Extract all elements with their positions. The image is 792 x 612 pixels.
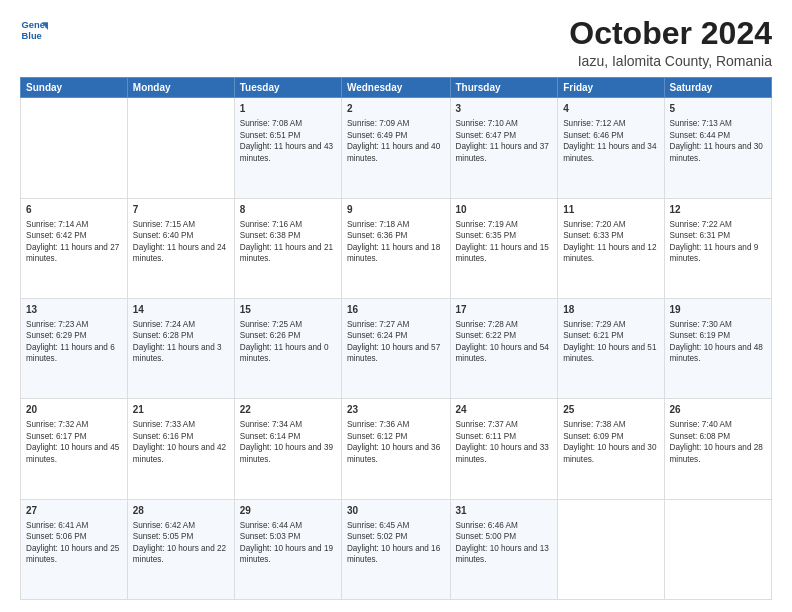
sunset-text: Sunset: 6:42 PM: [26, 231, 87, 240]
calendar-cell: 23Sunrise: 7:36 AMSunset: 6:12 PMDayligh…: [341, 399, 450, 499]
day-number: 11: [563, 203, 658, 217]
sunset-text: Sunset: 6:44 PM: [670, 131, 731, 140]
calendar-cell: 3Sunrise: 7:10 AMSunset: 6:47 PMDaylight…: [450, 98, 558, 198]
daylight-text: Daylight: 10 hours and 13 minutes.: [456, 544, 549, 564]
day-number: 8: [240, 203, 336, 217]
calendar-cell: 18Sunrise: 7:29 AMSunset: 6:21 PMDayligh…: [558, 298, 664, 398]
sunrise-text: Sunrise: 7:34 AM: [240, 420, 302, 429]
calendar-cell: [664, 499, 771, 599]
sunrise-text: Sunrise: 7:25 AM: [240, 320, 302, 329]
calendar-cell: 6Sunrise: 7:14 AMSunset: 6:42 PMDaylight…: [21, 198, 128, 298]
calendar-cell: 20Sunrise: 7:32 AMSunset: 6:17 PMDayligh…: [21, 399, 128, 499]
daylight-text: Daylight: 10 hours and 19 minutes.: [240, 544, 333, 564]
sunrise-text: Sunrise: 6:45 AM: [347, 521, 409, 530]
calendar-cell: 5Sunrise: 7:13 AMSunset: 6:44 PMDaylight…: [664, 98, 771, 198]
daylight-text: Daylight: 11 hours and 27 minutes.: [26, 243, 119, 263]
daylight-text: Daylight: 11 hours and 12 minutes.: [563, 243, 656, 263]
calendar-week-row: 6Sunrise: 7:14 AMSunset: 6:42 PMDaylight…: [21, 198, 772, 298]
calendar-cell: [127, 98, 234, 198]
sunset-text: Sunset: 6:46 PM: [563, 131, 624, 140]
day-number: 5: [670, 102, 766, 116]
sunset-text: Sunset: 6:28 PM: [133, 331, 194, 340]
calendar-cell: 27Sunrise: 6:41 AMSunset: 5:06 PMDayligh…: [21, 499, 128, 599]
calendar-cell: 10Sunrise: 7:19 AMSunset: 6:35 PMDayligh…: [450, 198, 558, 298]
calendar-cell: 24Sunrise: 7:37 AMSunset: 6:11 PMDayligh…: [450, 399, 558, 499]
sunrise-text: Sunrise: 7:18 AM: [347, 220, 409, 229]
calendar-cell: 22Sunrise: 7:34 AMSunset: 6:14 PMDayligh…: [234, 399, 341, 499]
day-number: 16: [347, 303, 445, 317]
daylight-text: Daylight: 10 hours and 48 minutes.: [670, 343, 763, 363]
main-title: October 2024: [569, 16, 772, 51]
day-number: 27: [26, 504, 122, 518]
calendar-cell: 28Sunrise: 6:42 AMSunset: 5:05 PMDayligh…: [127, 499, 234, 599]
sunrise-text: Sunrise: 7:33 AM: [133, 420, 195, 429]
day-number: 3: [456, 102, 553, 116]
sunrise-text: Sunrise: 7:37 AM: [456, 420, 518, 429]
daylight-text: Daylight: 10 hours and 45 minutes.: [26, 443, 119, 463]
day-number: 25: [563, 403, 658, 417]
sunrise-text: Sunrise: 7:30 AM: [670, 320, 732, 329]
calendar-cell: 9Sunrise: 7:18 AMSunset: 6:36 PMDaylight…: [341, 198, 450, 298]
calendar-cell: [558, 499, 664, 599]
daylight-text: Daylight: 10 hours and 22 minutes.: [133, 544, 226, 564]
day-number: 12: [670, 203, 766, 217]
calendar-cell: 8Sunrise: 7:16 AMSunset: 6:38 PMDaylight…: [234, 198, 341, 298]
calendar-week-row: 27Sunrise: 6:41 AMSunset: 5:06 PMDayligh…: [21, 499, 772, 599]
sunset-text: Sunset: 6:40 PM: [133, 231, 194, 240]
calendar-cell: 21Sunrise: 7:33 AMSunset: 6:16 PMDayligh…: [127, 399, 234, 499]
calendar-cell: 19Sunrise: 7:30 AMSunset: 6:19 PMDayligh…: [664, 298, 771, 398]
sunrise-text: Sunrise: 7:23 AM: [26, 320, 88, 329]
svg-text:Blue: Blue: [22, 31, 42, 41]
sunrise-text: Sunrise: 6:44 AM: [240, 521, 302, 530]
calendar-cell: 26Sunrise: 7:40 AMSunset: 6:08 PMDayligh…: [664, 399, 771, 499]
calendar-week-row: 20Sunrise: 7:32 AMSunset: 6:17 PMDayligh…: [21, 399, 772, 499]
daylight-text: Daylight: 10 hours and 51 minutes.: [563, 343, 656, 363]
calendar-cell: 2Sunrise: 7:09 AMSunset: 6:49 PMDaylight…: [341, 98, 450, 198]
daylight-text: Daylight: 11 hours and 21 minutes.: [240, 243, 333, 263]
daylight-text: Daylight: 11 hours and 6 minutes.: [26, 343, 115, 363]
calendar-cell: 25Sunrise: 7:38 AMSunset: 6:09 PMDayligh…: [558, 399, 664, 499]
day-number: 6: [26, 203, 122, 217]
sunrise-text: Sunrise: 7:28 AM: [456, 320, 518, 329]
daylight-text: Daylight: 11 hours and 9 minutes.: [670, 243, 759, 263]
sunset-text: Sunset: 6:47 PM: [456, 131, 517, 140]
daylight-text: Daylight: 11 hours and 43 minutes.: [240, 142, 333, 162]
day-number: 31: [456, 504, 553, 518]
daylight-text: Daylight: 11 hours and 0 minutes.: [240, 343, 329, 363]
sunset-text: Sunset: 6:08 PM: [670, 432, 731, 441]
sunset-text: Sunset: 5:05 PM: [133, 532, 194, 541]
calendar-cell: 4Sunrise: 7:12 AMSunset: 6:46 PMDaylight…: [558, 98, 664, 198]
daylight-text: Daylight: 11 hours and 30 minutes.: [670, 142, 763, 162]
calendar-cell: [21, 98, 128, 198]
sunrise-text: Sunrise: 7:32 AM: [26, 420, 88, 429]
day-number: 30: [347, 504, 445, 518]
sunset-text: Sunset: 6:26 PM: [240, 331, 301, 340]
calendar-cell: 14Sunrise: 7:24 AMSunset: 6:28 PMDayligh…: [127, 298, 234, 398]
sunset-text: Sunset: 6:51 PM: [240, 131, 301, 140]
sunrise-text: Sunrise: 7:38 AM: [563, 420, 625, 429]
calendar-cell: 7Sunrise: 7:15 AMSunset: 6:40 PMDaylight…: [127, 198, 234, 298]
header-day: Tuesday: [234, 78, 341, 98]
daylight-text: Daylight: 10 hours and 39 minutes.: [240, 443, 333, 463]
sunrise-text: Sunrise: 6:42 AM: [133, 521, 195, 530]
day-number: 14: [133, 303, 229, 317]
sunrise-text: Sunrise: 7:19 AM: [456, 220, 518, 229]
sunrise-text: Sunrise: 7:09 AM: [347, 119, 409, 128]
day-number: 29: [240, 504, 336, 518]
calendar-cell: 16Sunrise: 7:27 AMSunset: 6:24 PMDayligh…: [341, 298, 450, 398]
sunrise-text: Sunrise: 7:10 AM: [456, 119, 518, 128]
calendar-week-row: 13Sunrise: 7:23 AMSunset: 6:29 PMDayligh…: [21, 298, 772, 398]
sunrise-text: Sunrise: 7:27 AM: [347, 320, 409, 329]
calendar-cell: 13Sunrise: 7:23 AMSunset: 6:29 PMDayligh…: [21, 298, 128, 398]
day-number: 19: [670, 303, 766, 317]
day-number: 28: [133, 504, 229, 518]
sunrise-text: Sunrise: 7:08 AM: [240, 119, 302, 128]
day-number: 20: [26, 403, 122, 417]
sunset-text: Sunset: 5:03 PM: [240, 532, 301, 541]
sunset-text: Sunset: 6:14 PM: [240, 432, 301, 441]
daylight-text: Daylight: 11 hours and 24 minutes.: [133, 243, 226, 263]
header-day: Wednesday: [341, 78, 450, 98]
calendar-cell: 31Sunrise: 6:46 AMSunset: 5:00 PMDayligh…: [450, 499, 558, 599]
daylight-text: Daylight: 10 hours and 30 minutes.: [563, 443, 656, 463]
day-number: 23: [347, 403, 445, 417]
